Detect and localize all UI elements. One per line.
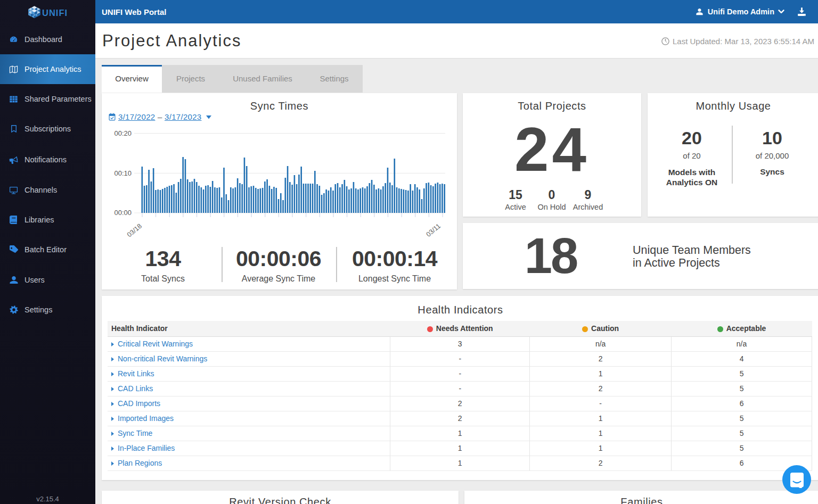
svg-text:03/18: 03/18 <box>126 222 143 239</box>
svg-text:00:10: 00:10 <box>114 169 132 177</box>
svg-text:00:00: 00:00 <box>114 209 132 217</box>
svg-text:00:20: 00:20 <box>114 129 132 137</box>
svg-text:03/11: 03/11 <box>425 222 442 238</box>
